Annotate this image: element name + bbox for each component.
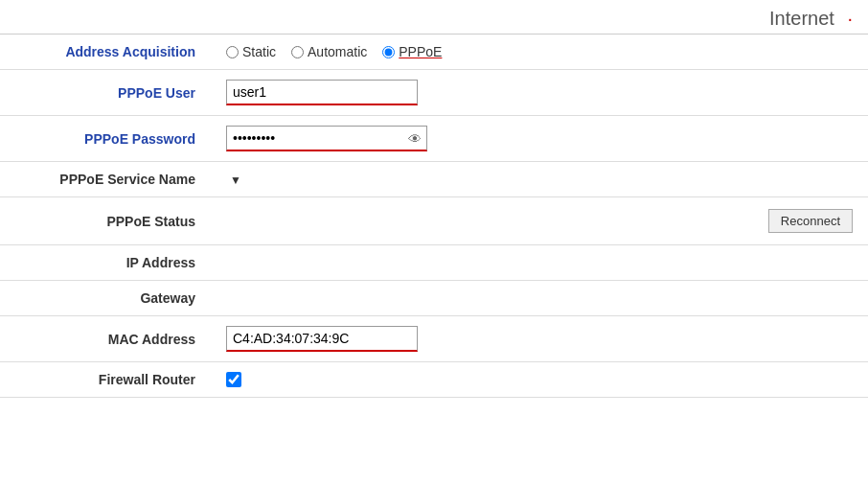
radio-automatic-input[interactable] bbox=[291, 46, 304, 58]
ip-address-label: IP Address bbox=[0, 245, 211, 281]
radio-pppoe-input[interactable] bbox=[382, 46, 395, 58]
password-wrapper: 👁 bbox=[226, 126, 427, 151]
ip-address-row: IP Address bbox=[0, 245, 868, 281]
mac-address-label: MAC Address bbox=[0, 316, 211, 362]
reconnect-button[interactable]: Reconnect bbox=[768, 209, 853, 233]
page-header: Internet · bbox=[0, 0, 868, 35]
radio-automatic[interactable]: Automatic bbox=[291, 44, 367, 59]
radio-static-label: Static bbox=[242, 44, 276, 59]
pppoe-password-row: PPPoE Password 👁 bbox=[0, 116, 868, 162]
firewall-checkbox-wrapper bbox=[226, 372, 853, 387]
mac-address-row: MAC Address bbox=[0, 316, 868, 362]
radio-static[interactable]: Static bbox=[226, 44, 276, 59]
dropdown-arrow-icon[interactable]: ▼ bbox=[230, 173, 241, 187]
pppoe-status-label: PPPoE Status bbox=[0, 197, 211, 245]
pppoe-status-value: Reconnect bbox=[211, 197, 868, 245]
radio-static-input[interactable] bbox=[226, 46, 239, 58]
firewall-router-row: Firewall Router bbox=[0, 362, 868, 398]
mac-address-value bbox=[211, 316, 868, 362]
radio-pppoe-label: PPPoE bbox=[399, 44, 442, 59]
pppoe-user-input[interactable] bbox=[226, 80, 418, 105]
gateway-value bbox=[211, 281, 868, 316]
status-dot: · bbox=[847, 8, 853, 29]
settings-form: Address Acquisition Static Automatic PPP… bbox=[0, 35, 868, 398]
pppoe-service-name-row: PPPoE Service Name ▼ bbox=[0, 162, 868, 197]
page-title: Internet bbox=[769, 8, 834, 29]
firewall-router-label: Firewall Router bbox=[0, 362, 211, 398]
radio-automatic-label: Automatic bbox=[308, 44, 367, 59]
gateway-label: Gateway bbox=[0, 281, 211, 316]
ip-address-value bbox=[211, 245, 868, 281]
address-acquisition-value: Static Automatic PPPoE bbox=[211, 35, 868, 70]
firewall-router-value bbox=[211, 362, 868, 398]
pppoe-service-name-label: PPPoE Service Name bbox=[0, 162, 211, 197]
mac-address-input[interactable] bbox=[226, 326, 418, 352]
pppoe-password-value: 👁 bbox=[211, 116, 868, 162]
pppoe-password-input[interactable] bbox=[226, 126, 427, 151]
address-acquisition-label: Address Acquisition bbox=[0, 35, 211, 70]
radio-group: Static Automatic PPPoE bbox=[226, 44, 853, 59]
pppoe-password-label: PPPoE Password bbox=[0, 116, 211, 162]
pppoe-user-label: PPPoE User bbox=[0, 70, 211, 116]
pppoe-user-row: PPPoE User bbox=[0, 70, 868, 116]
pppoe-service-name-value[interactable]: ▼ bbox=[211, 162, 868, 197]
pppoe-user-value bbox=[211, 70, 868, 116]
address-acquisition-row: Address Acquisition Static Automatic PPP… bbox=[0, 35, 868, 70]
eye-icon[interactable]: 👁 bbox=[408, 131, 422, 147]
firewall-router-checkbox[interactable] bbox=[226, 372, 241, 387]
gateway-row: Gateway bbox=[0, 281, 868, 316]
pppoe-status-row: PPPoE Status Reconnect bbox=[0, 197, 868, 245]
radio-pppoe[interactable]: PPPoE bbox=[382, 44, 442, 59]
